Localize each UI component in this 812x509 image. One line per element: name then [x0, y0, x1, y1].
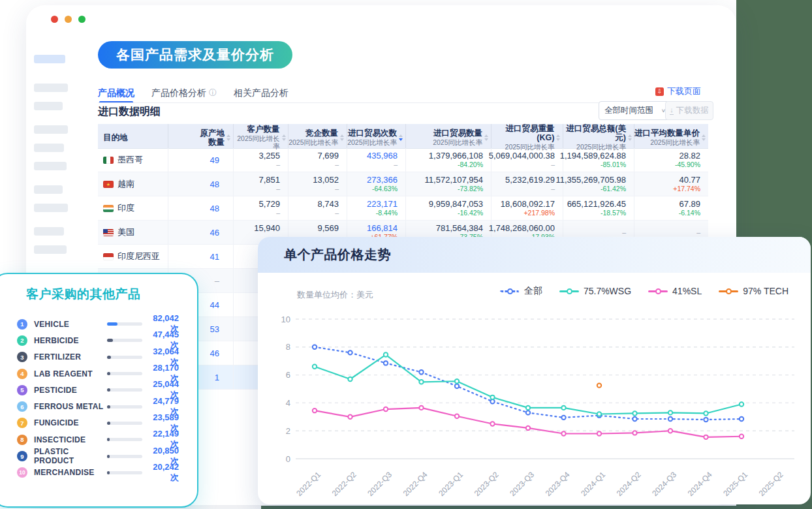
- table-row[interactable]: 墨西哥493,255–7,699–435,968–1,379,966,108-8…: [98, 148, 708, 172]
- metric-cell-4: 9,959,847,053-16.42%: [406, 196, 492, 220]
- metric-value: 67.89: [679, 199, 700, 209]
- metric-change: –: [335, 209, 339, 217]
- metric-cell-4: 1,379,966,108-84.20%: [406, 148, 492, 172]
- column-header-5[interactable]: 进口贸易次数2025同比增长率: [347, 124, 406, 151]
- legend-item[interactable]: 97% TECH: [719, 286, 789, 296]
- metric-cell-7: 40.77+17.74%: [634, 172, 708, 196]
- origin-count-value: 48: [210, 179, 219, 189]
- origin-count-value: 1: [215, 373, 219, 382]
- metric-cell-4: 11,572,107,954-73.82%: [406, 172, 492, 196]
- metric-change: –: [276, 161, 280, 169]
- chart-legend: 全部75.7%WSG41%SL97% TECH: [500, 285, 789, 297]
- metric-change: -16.42%: [458, 209, 483, 217]
- table-row[interactable]: 印度485,729–8,743–223,171-8.44%9,959,847,0…: [98, 196, 708, 221]
- tab-2[interactable]: 产品价格分析ⓘ: [151, 84, 217, 102]
- column-header-4[interactable]: 竞企数量2025同比增长率: [289, 124, 347, 151]
- tab-3[interactable]: 相关产品分析: [234, 84, 289, 102]
- sidebar-placeholder-bar: [34, 102, 63, 110]
- origin-count-cell: 46: [168, 221, 234, 244]
- column-title: 进口贸易数量2025同比增长率: [433, 129, 482, 146]
- country-name: 印度尼西亚: [117, 251, 160, 262]
- metric-change: -45.90%: [675, 161, 700, 169]
- flag-icon-mx: [103, 157, 114, 164]
- svg-text:10: 10: [281, 315, 290, 324]
- tab-1[interactable]: 产品概况: [98, 84, 134, 102]
- download-data-button[interactable]: ↓ 下载数据: [665, 101, 713, 120]
- destination-cell: ★越南: [98, 172, 168, 196]
- product-name: FUNGICIDE: [34, 418, 107, 427]
- page-title: 各国产品需求及量价分析: [116, 46, 274, 64]
- traffic-light-zoom[interactable]: [78, 16, 86, 23]
- svg-text:2024-Q3: 2024-Q3: [650, 470, 678, 498]
- traffic-light-close[interactable]: [51, 16, 58, 23]
- svg-text:4: 4: [286, 398, 290, 408]
- svg-text:2025-Q1: 2025-Q1: [721, 470, 749, 498]
- rank-badge: 7: [17, 418, 27, 428]
- svg-text:2024-Q4: 2024-Q4: [686, 470, 714, 498]
- column-header-6[interactable]: 进口贸易数量2025同比增长率: [406, 124, 492, 151]
- other-products-popup: 客户采购的其他产品 1VEHICLE82,042 次2HERBICIDE47,4…: [0, 273, 198, 508]
- download-data-label: 下载数据: [676, 105, 709, 116]
- product-name: FERROUS METAL: [34, 402, 107, 411]
- sort-carets-icon[interactable]: [282, 134, 287, 141]
- metric-change: –: [394, 161, 398, 169]
- metric-value: 11,355,269,705.98: [556, 175, 626, 185]
- metric-cell-7: 28.82-45.90%: [634, 148, 708, 172]
- column-title: 竞企数量2025同比增长率: [289, 129, 338, 146]
- origin-count-cell: 48: [168, 196, 234, 220]
- sort-carets-icon[interactable]: [340, 134, 345, 141]
- traffic-light-minimize[interactable]: [65, 16, 72, 23]
- country-name: 墨西哥: [117, 154, 143, 166]
- column-header-9[interactable]: 进口平均数量单价2025同比增长率: [634, 124, 708, 151]
- column-header-1: 目的地: [98, 124, 168, 151]
- metric-cell-1: 5,729–: [234, 196, 289, 220]
- legend-marker-icon: [719, 288, 738, 294]
- sort-carets-icon[interactable]: [484, 134, 490, 141]
- legend-label: 97% TECH: [743, 286, 789, 296]
- metric-change: -64.63%: [372, 185, 398, 193]
- mini-progress-bar: [107, 356, 142, 359]
- legend-item[interactable]: 75.7%WSG: [559, 286, 631, 296]
- column-title: 目的地: [103, 133, 128, 142]
- destination-cell: 墨西哥: [98, 148, 168, 172]
- sort-carets-icon[interactable]: [628, 134, 632, 141]
- download-page-link[interactable]: ⇩ 下载页面: [655, 85, 701, 97]
- legend-item[interactable]: 41%SL: [648, 286, 702, 296]
- legend-item[interactable]: 全部: [500, 285, 542, 297]
- metric-cell-3: 273,366-64.63%: [347, 172, 406, 196]
- rank-badge: 3: [17, 352, 27, 362]
- sort-carets-icon[interactable]: [399, 134, 404, 141]
- mini-progress-bar: [107, 438, 142, 441]
- metric-value: 11,572,107,954: [425, 175, 483, 185]
- metric-value: 223,171: [367, 199, 398, 209]
- tab-label: 相关产品分析: [234, 84, 289, 102]
- column-header-7[interactable]: 进口贸易重量(KG)2025同比增长率: [492, 124, 563, 151]
- metric-change: +17.74%: [673, 185, 700, 193]
- info-icon: ⓘ: [209, 84, 217, 102]
- tab-label: 产品价格分析: [151, 84, 206, 102]
- sidebar-placeholder-bar: [34, 185, 63, 194]
- sort-carets-icon[interactable]: [556, 134, 561, 141]
- legend-label: 全部: [524, 285, 542, 297]
- svg-text:2023-Q2: 2023-Q2: [473, 470, 501, 498]
- svg-text:8: 8: [286, 342, 290, 352]
- metric-change: –: [551, 161, 555, 169]
- sidebar-placeholder-bar: [34, 162, 67, 170]
- metric-value: 665,121,926.45: [567, 199, 626, 209]
- table-row[interactable]: ★越南487,851–13,052–273,366-64.63%11,572,1…: [98, 172, 708, 196]
- sort-carets-icon[interactable]: [226, 134, 232, 141]
- column-header-2[interactable]: 原产地数量: [168, 124, 234, 151]
- flag-icon-id: [103, 253, 114, 260]
- origin-count-cell: 41: [168, 245, 234, 268]
- column-title: 进口贸易次数2025同比增长率: [347, 129, 397, 146]
- time-range-select[interactable]: 全部时间范围 ∨: [599, 101, 672, 120]
- svg-text:6: 6: [286, 370, 290, 380]
- sidebar-placeholder-bar: [34, 84, 68, 92]
- product-name: LAB REAGENT: [34, 369, 107, 378]
- column-header-8[interactable]: 进口贸易总额(美元)2025同比增长率: [563, 124, 634, 151]
- column-title: 进口贸易重量(KG)2025同比增长率: [492, 124, 554, 151]
- sort-carets-icon[interactable]: [702, 134, 707, 141]
- metric-value: 5,069,044,000.38: [489, 151, 555, 161]
- column-header-3[interactable]: 客户数量2025同比增长率: [234, 124, 289, 151]
- metric-cell-6: 665,121,926.45-18.57%: [563, 196, 634, 220]
